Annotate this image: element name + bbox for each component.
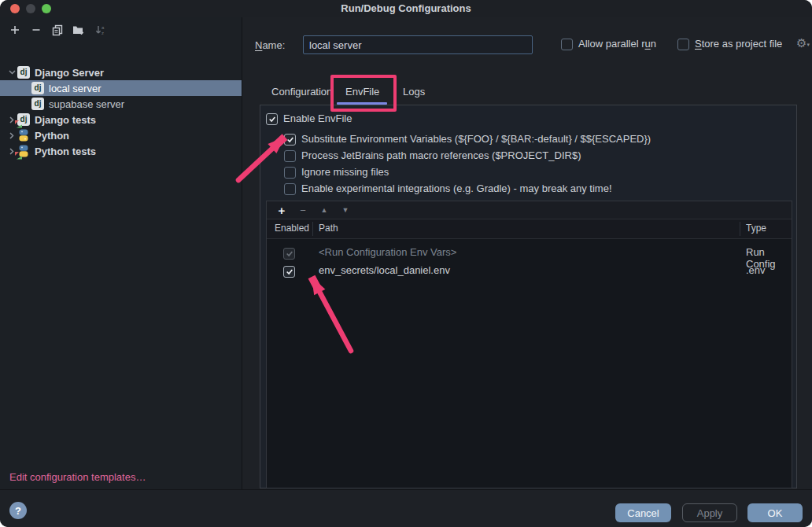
column-header-path: Path [319,223,338,234]
column-header-enabled: Enabled [275,223,309,234]
checkbox-unchecked[interactable] [284,167,296,179]
run-debug-configurations-dialog: Run/Debug Configurations [0,0,812,527]
move-down-button[interactable]: ▼ [340,206,351,214]
tab-logs[interactable]: Logs [403,86,425,103]
checkbox-checked[interactable] [266,113,278,125]
table-toolbar: + − ▲ ▼ [267,201,792,219]
enable-envfile-checkbox[interactable]: Enable EnvFile [266,110,352,127]
tree-item-local-server[interactable]: dj local server [0,80,242,96]
tree-item-supabase-server[interactable]: dj supabase server [0,96,242,112]
tree-item-django-tests[interactable]: dj Django tests [0,112,242,127]
experimental-integrations-checkbox[interactable]: Enable experimental integrations (e.g. G… [284,180,612,197]
remove-configuration-button[interactable] [29,23,43,37]
titlebar: Run/Debug Configurations [0,0,812,17]
window-title: Run/Debug Configurations [0,2,812,14]
env-files-table: + − ▲ ▼ Enabled Path Type <Run Configura… [266,201,792,488]
django-tests-icon: dj [17,113,30,126]
table-header: Enabled Path Type [267,219,792,239]
remove-env-file-button[interactable]: − [297,205,308,216]
chevron-down-icon[interactable] [6,70,17,75]
chevron-right-icon[interactable] [6,132,17,139]
add-env-file-button[interactable]: + [276,204,287,217]
envfile-panel: Enable EnvFile Substitute Environment Va… [260,105,797,488]
env-row-type: .env [746,264,766,276]
checkbox-checked[interactable] [283,266,295,278]
checkbox-unchecked[interactable] [561,39,573,50]
add-configuration-button[interactable] [8,23,22,37]
help-button[interactable]: ? [9,502,27,519]
sidebar-toolbar: a z [0,20,107,40]
python-icon [17,129,30,142]
django-icon: dj [17,66,30,79]
store-settings-gear-icon[interactable]: ⚙▾ [796,37,810,49]
process-path-macro-checkbox[interactable]: Process JetBrains path macro references … [284,147,581,164]
dialog-footer: ? Cancel Apply OK [0,489,812,527]
checkbox-checked-disabled [283,248,295,260]
configurations-sidebar: a z dj Django Server dj local server [0,17,242,489]
svg-text:z: z [102,31,104,35]
store-as-project-file-checkbox[interactable]: Store as project file [677,38,782,50]
new-folder-icon[interactable] [72,23,86,37]
tab-configuration[interactable]: Configuration [271,86,332,103]
django-icon: dj [31,98,44,110]
allow-parallel-run-checkbox[interactable]: Allow parallel run [561,38,656,50]
checkbox-unchecked[interactable] [284,150,296,162]
tree-item-python[interactable]: Python [0,127,242,143]
move-up-button[interactable]: ▲ [319,206,330,214]
cancel-button[interactable]: Cancel [615,503,671,522]
substitute-env-vars-checkbox[interactable]: Substitute Environment Variables (${FOO}… [284,131,651,147]
name-label: Name: [255,39,285,51]
checkbox-unchecked[interactable] [677,39,689,50]
checkbox-checked[interactable] [284,134,296,146]
tab-envfile[interactable]: EnvFile [345,86,379,103]
python-tests-icon [17,145,30,157]
ignore-missing-files-checkbox[interactable]: Ignore missing files [284,164,389,180]
checkbox-unchecked[interactable] [284,183,296,195]
table-row[interactable]: <Run Configuration Env Vars> Run Config [267,244,792,262]
apply-button[interactable]: Apply [682,503,737,522]
sort-alphabetically-icon[interactable]: a z [93,23,107,37]
django-icon: dj [31,82,44,94]
name-input[interactable] [303,35,533,54]
edit-configuration-templates-link[interactable]: Edit configuration templates… [9,471,146,483]
column-header-type: Type [746,223,766,234]
tree-item-python-tests[interactable]: Python tests [0,143,242,159]
svg-text:a: a [102,25,105,30]
ok-button[interactable]: OK [747,503,803,522]
tree-item-django-server[interactable]: dj Django Server [0,64,242,80]
env-row-path: <Run Configuration Env Vars> [319,246,456,258]
copy-configuration-icon[interactable] [50,23,65,37]
table-row[interactable]: env_secrets/local_daniel.env .env [267,262,792,280]
env-row-path: env_secrets/local_daniel.env [319,264,450,276]
